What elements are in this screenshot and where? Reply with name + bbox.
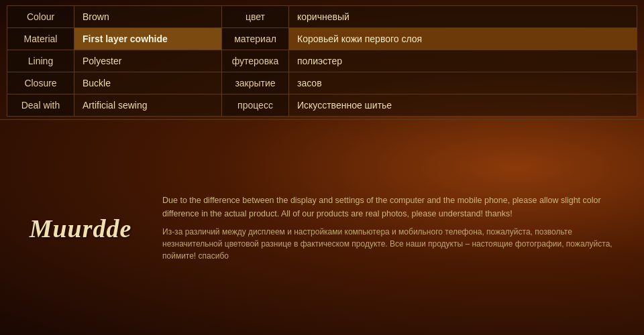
table-row: Closure Buckle закрытие засов xyxy=(7,72,637,94)
table-row: Colour Brown цвет коричневый xyxy=(7,6,637,28)
value-en-3: Buckle xyxy=(74,72,222,94)
label-en-0: Colour xyxy=(7,6,74,28)
disclaimer-russian: Из-за различий между дисплеем и настройк… xyxy=(162,226,629,262)
product-specs-table: Colour Brown цвет коричневый Material Fi… xyxy=(7,5,637,117)
value-ru-0: коричневый xyxy=(289,6,637,28)
label-en-3: Closure xyxy=(7,72,74,94)
value-ru-4: Искусственное шитье xyxy=(289,94,637,117)
label-ru-2: футеровка xyxy=(222,50,289,72)
value-en-0: Brown xyxy=(74,6,222,28)
disclaimer-section: Due to the difference between the displa… xyxy=(154,127,637,330)
disclaimer-english: Due to the difference between the displa… xyxy=(162,194,629,220)
logo-section: Muurdde xyxy=(7,127,154,330)
value-en-1: First layer cowhide xyxy=(74,28,222,50)
value-en-4: Artificial sewing xyxy=(74,94,222,117)
bottom-section: Muurdde Due to the difference between th… xyxy=(0,119,644,335)
value-ru-2: полиэстер xyxy=(289,50,637,72)
label-ru-4: процесс xyxy=(222,94,289,117)
value-ru-1: Коровьей кожи первого слоя xyxy=(289,28,637,50)
value-en-2: Polyester xyxy=(74,50,222,72)
content-wrapper: Colour Brown цвет коричневый Material Fi… xyxy=(0,0,644,335)
label-en-4: Deal with xyxy=(7,94,74,117)
label-ru-0: цвет xyxy=(222,6,289,28)
label-ru-3: закрытие xyxy=(222,72,289,94)
table-row: Material First layer cowhide материал Ко… xyxy=(7,28,637,50)
label-ru-1: материал xyxy=(222,28,289,50)
main-container: Colour Brown цвет коричневый Material Fi… xyxy=(0,0,644,335)
brand-logo: Muurdde xyxy=(30,214,132,243)
product-table-section: Colour Brown цвет коричневый Material Fi… xyxy=(0,0,644,117)
label-en-1: Material xyxy=(7,28,74,50)
table-row: Deal with Artificial sewing процесс Иску… xyxy=(7,94,637,117)
value-ru-3: засов xyxy=(289,72,637,94)
table-row: Lining Polyester футеровка полиэстер xyxy=(7,50,637,72)
label-en-2: Lining xyxy=(7,50,74,72)
